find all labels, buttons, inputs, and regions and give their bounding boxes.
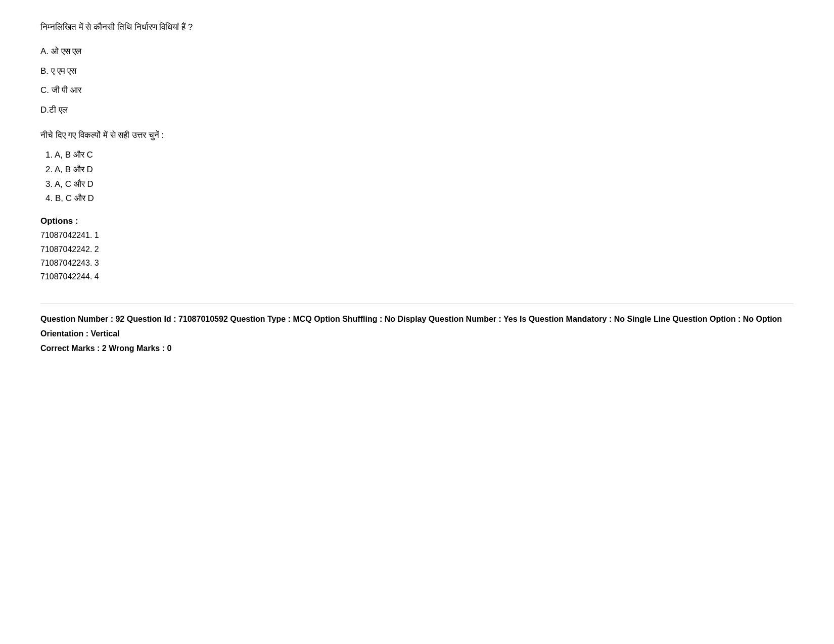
numbered-option-3: 3. A, C और D (45, 177, 794, 192)
option-d: D.टी एल (40, 103, 794, 118)
options-section: Options : 71087042241. 1 71087042242. 2 … (40, 216, 794, 283)
numbered-option-1: 1. A, B और C (45, 148, 794, 163)
metadata-section: Question Number : 92 Question Id : 71087… (40, 304, 794, 356)
question-main-text: निम्नलिखित में से कौनसी तिथि निर्धारण वि… (40, 20, 794, 34)
option-c: C. जी पी आर (40, 83, 794, 98)
option-code-4: 71087042244. 4 (40, 270, 794, 283)
option-b: B. ए एम एस (40, 64, 794, 79)
numbered-option-2: 2. A, B और D (45, 163, 794, 177)
numbered-option-4: 4. B, C और D (45, 191, 794, 206)
instruction-text: नीचे दिए गए विकल्पों में से सही उत्तर चु… (40, 128, 794, 142)
metadata-line2: Correct Marks : 2 Wrong Marks : 0 (40, 341, 794, 356)
numbered-options-list: 1. A, B और C 2. A, B और D 3. A, C और D 4… (40, 148, 794, 207)
option-code-3: 71087042243. 3 (40, 256, 794, 270)
option-code-2: 71087042242. 2 (40, 242, 794, 256)
question-container: निम्नलिखित में से कौनसी तिथि निर्धारण वि… (40, 20, 794, 356)
option-code-1: 71087042241. 1 (40, 228, 794, 242)
option-a: A. ओ एस एल (40, 44, 794, 60)
metadata-line1: Question Number : 92 Question Id : 71087… (40, 312, 794, 341)
options-label: Options : (40, 216, 794, 226)
